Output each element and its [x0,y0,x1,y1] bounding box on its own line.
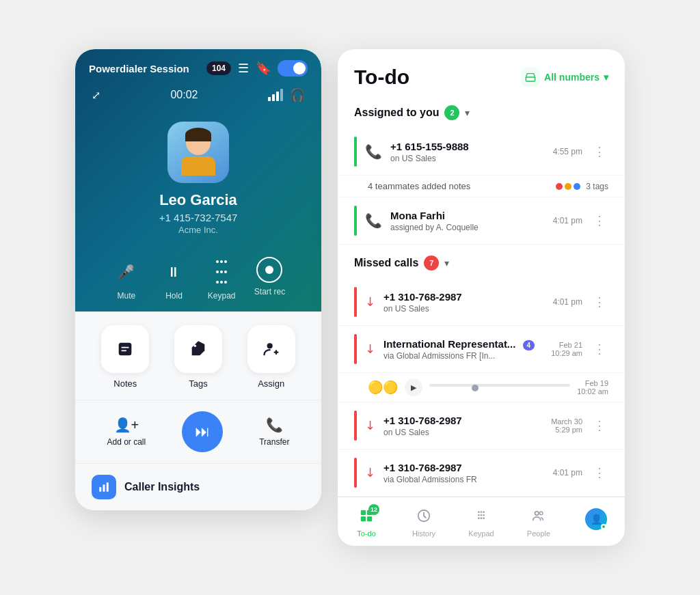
todo-panel: To-do All numbers ▾ Assigned to you 2 ▾ … [338,49,625,546]
more-menu-m2[interactable]: ⋮ [591,342,608,357]
phone-panel: Powerdialer Session 104 ☰ 🔖 ⤢ 00:02 [75,49,321,510]
start-rec-label: Start rec [254,287,285,296]
assigned-item-2[interactable]: 📞 Mona Farhi assigned by A. Coquelle 4:0… [338,197,625,245]
missed-item-1[interactable]: ↗ +1 310-768-2987 on US Sales 4:01 pm ⋮ [338,279,625,326]
history-nav-label: History [412,529,435,538]
missed-item-2[interactable]: ↗ International Representat... 4 via Glo… [338,326,625,373]
progress-handle[interactable] [472,385,479,391]
assigned-title: Assigned to you [354,107,439,119]
missed-details-1: +1 310-768-2987 on US Sales [383,291,545,314]
missed-badge: 7 [424,255,439,271]
assigned-item-1[interactable]: 📞 +1 615-155-9888 on US Sales 4:55 pm ⋮ [338,128,625,176]
missed-item-3[interactable]: ↗ +1 310-768-2987 on US Sales March 30 5… [338,402,625,449]
phone-icon-1: 📞 [365,143,382,160]
quick-actions: Notes Tags [75,312,321,400]
keypad-nav-icon [474,508,489,527]
menu-icon[interactable]: ☰ [238,61,249,76]
more-menu-m3[interactable]: ⋮ [591,418,608,433]
missed-time-3: March 30 5:29 pm [551,417,582,434]
more-menu-m4[interactable]: ⋮ [591,465,608,480]
transfer-button[interactable]: 📞 Transfer [259,417,289,447]
contact-name: Leo Garcia [89,191,308,209]
status-bar-green-2 [354,206,357,236]
bottom-actions: 👤+ Add or call ⏭ 📞 Transfer [75,400,321,463]
notes-row-1: 4 teammates added notes 3 tags [338,176,625,197]
history-nav-icon [416,508,431,527]
missed-time-1: 4:01 pm [553,297,582,307]
more-menu-m1[interactable]: ⋮ [591,294,608,309]
svg-point-14 [478,514,480,516]
nav-history[interactable]: History [395,503,453,543]
expand-icon[interactable]: ⤢ [92,89,100,102]
vm-time: Feb 19 10:02 am [577,379,608,396]
call-info-bar: ⤢ 00:02 🎧 [89,87,308,111]
svg-point-13 [483,511,485,513]
svg-point-18 [481,517,483,519]
hold-button[interactable]: ⏸ Hold [159,257,189,301]
todo-nav-icon: 12 [359,508,374,527]
missed-number-4: +1 310-768-2987 [383,462,545,473]
hold-label: Hold [165,291,183,301]
tags-count-label: 3 tags [586,182,608,191]
svg-rect-5 [107,482,109,492]
tags-button[interactable]: Tags [174,325,222,389]
more-menu-2[interactable]: ⋮ [591,213,608,228]
inbox-icon [521,68,540,87]
bookmark-icon[interactable]: 🔖 [256,61,271,76]
next-call-button[interactable]: ⏭ [182,411,223,452]
missed-number-3: +1 310-768-2987 [383,415,543,426]
missed-call-icon-1: ↗ [361,293,379,311]
assigned-chevron-icon[interactable]: ▾ [465,107,470,118]
call-controls: 🎤 Mute ⏸ Hold [89,246,308,312]
missed-time-2: Feb 21 10:29 am [551,341,582,357]
assign-label: Assign [258,378,284,389]
transfer-icon: 📞 [266,417,283,433]
notes-button[interactable]: Notes [101,325,149,389]
missed-call-icon-4: ↗ [361,464,379,482]
missed-item-4[interactable]: ↗ +1 310-768-2987 via Global Admissions … [338,449,625,497]
status-bar-red-2 [354,334,357,364]
svg-point-19 [483,517,485,519]
play-button[interactable]: ▶ [405,378,422,396]
missed-number-1: +1 310-768-2987 [383,291,545,303]
top-bar: Powerdialer Session 104 ☰ 🔖 [89,60,308,77]
missed-sub-2: via Global Admissions FR [In... [383,351,543,361]
nav-people[interactable]: People [510,503,567,543]
nav-profile[interactable]: 👤 [567,503,625,543]
start-rec-button[interactable]: Start rec [254,257,285,301]
add-or-call-button[interactable]: 👤+ Add or call [107,417,146,447]
toggle-switch[interactable] [278,60,308,77]
nav-keypad[interactable]: Keypad [453,503,510,543]
add-call-label: Add or call [107,437,146,447]
progress-container [429,384,570,391]
filter-label: All numbers [544,72,600,83]
mute-icon: 🎤 [111,257,142,287]
missed-chevron-icon[interactable]: ▾ [444,258,449,268]
missed-number-2: International Representat... 4 [383,338,543,350]
avatar-section [89,111,308,191]
more-menu-1[interactable]: ⋮ [591,144,608,159]
call-details-2: Mona Farhi assigned by A. Coquelle [390,210,545,232]
contact-company: Acme Inc. [89,225,308,235]
missed-time-4: 4:01 pm [553,468,582,478]
avatar-body [181,156,215,176]
nav-todo[interactable]: 12 To-do [338,503,395,543]
keypad-icon [206,257,237,287]
assign-button[interactable]: Assign [247,325,295,389]
phone-icon-2: 📞 [365,212,382,229]
filter-button[interactable]: All numbers ▾ [521,68,608,87]
phone-header: Powerdialer Session 104 ☰ 🔖 ⤢ 00:02 [75,49,321,312]
contact-avatar [167,122,229,183]
mute-button[interactable]: 🎤 Mute [111,257,142,301]
caller-insights-section[interactable]: Caller Insights [75,463,321,510]
keypad-button[interactable]: Keypad [206,257,237,301]
missed-details-2: International Representat... 4 via Globa… [383,338,543,361]
dot-yellow [565,183,571,190]
missed-sub-4: via Global Admissions FR [383,475,545,484]
status-bar-red-1 [354,287,357,317]
chevron-down-icon: ▾ [604,72,608,83]
svg-rect-9 [367,516,372,521]
svg-point-1 [194,345,197,348]
rec-icon [256,257,282,283]
svg-point-16 [483,514,485,516]
